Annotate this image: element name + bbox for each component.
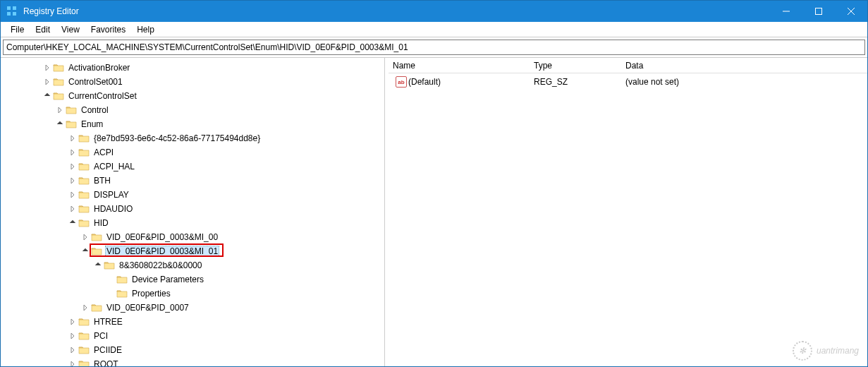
- folder-icon: [78, 133, 90, 143]
- tree-item-label: Device Parameters: [130, 274, 205, 285]
- tree-item[interactable]: BTH: [1, 174, 384, 188]
- folder-icon: [53, 77, 64, 87]
- tree-item[interactable]: 8&3608022b&0&0000: [1, 258, 384, 272]
- tree-pane[interactable]: ActivationBrokerControlSet001CurrentCont…: [1, 58, 385, 366]
- chevron-right-icon[interactable]: [81, 303, 90, 312]
- tree-item-label: BTH: [92, 175, 112, 186]
- folder-icon: [116, 275, 128, 284]
- tree-item-label: VID_0E0F&PID_0003&MI_01: [105, 246, 219, 257]
- tree-item[interactable]: ROOT: [1, 357, 384, 366]
- folder-icon: [78, 190, 90, 200]
- chevron-right-icon[interactable]: [68, 176, 77, 185]
- folder-icon: [91, 246, 102, 256]
- chevron-down-icon[interactable]: [43, 92, 51, 100]
- address-text: Computer\HKEY_LOCAL_MACHINE\SYSTEM\Curre…: [6, 42, 408, 52]
- value-type: REG_SZ: [530, 77, 621, 87]
- tree-item[interactable]: VID_0E0F&PID_0003&MI_01: [1, 244, 384, 258]
- col-header-name[interactable]: Name: [389, 59, 530, 72]
- content-area: ActivationBrokerControlSet001CurrentCont…: [1, 57, 867, 366]
- chevron-right-icon[interactable]: [68, 205, 77, 213]
- chevron-down-icon[interactable]: [81, 247, 90, 255]
- list-row[interactable]: ab(Default)REG_SZ(value not set): [389, 75, 867, 89]
- chevron-right-icon[interactable]: [68, 318, 77, 326]
- folder-icon: [66, 119, 77, 129]
- tree-item-label: PCIIDE: [92, 344, 123, 356]
- chevron-right-icon[interactable]: [68, 134, 77, 143]
- chevron-right-icon[interactable]: [68, 360, 77, 366]
- tree-item-label: CurrentControlSet: [67, 90, 138, 102]
- tree-item[interactable]: Enum: [1, 117, 384, 131]
- folder-icon: [78, 176, 90, 186]
- folder-icon: [66, 105, 77, 115]
- tree-item-label: HTREE: [92, 316, 124, 327]
- tree-item-label: {8e7bd593-6e6c-4c52-86a6-77175494dd8e}: [92, 133, 262, 144]
- tree-item[interactable]: ControlSet001: [1, 75, 384, 89]
- tree-item-label: HDAUDIO: [92, 203, 134, 215]
- tree-item-label: ROOT: [92, 359, 120, 366]
- chevron-right-icon[interactable]: [68, 346, 77, 354]
- chevron-right-icon[interactable]: [43, 64, 51, 72]
- tree-item[interactable]: ACPI: [1, 145, 384, 160]
- chevron-right-icon[interactable]: [68, 332, 77, 340]
- svg-rect-3: [13, 12, 16, 16]
- chevron-right-icon[interactable]: [68, 191, 77, 199]
- tree-item[interactable]: PCI: [1, 329, 384, 343]
- col-header-data[interactable]: Data: [621, 59, 867, 72]
- tree-item[interactable]: PCIIDE: [1, 343, 384, 357]
- tree-item-label: ACPI: [92, 147, 115, 158]
- tree-item[interactable]: CurrentControlSet: [1, 89, 384, 103]
- folder-icon: [78, 345, 90, 355]
- tree-item[interactable]: ACPI_HAL: [1, 160, 384, 174]
- chevron-right-icon[interactable]: [56, 106, 64, 114]
- window-title: Registry Editor: [23, 6, 770, 16]
- chevron-right-icon[interactable]: [68, 162, 77, 171]
- tree-item-label: VID_0E0F&PID_0007: [105, 302, 190, 313]
- folder-icon: [78, 218, 90, 228]
- chevron-down-icon[interactable]: [94, 261, 102, 270]
- close-button[interactable]: [835, 1, 867, 22]
- tree-item[interactable]: Control: [1, 103, 384, 117]
- tree-item[interactable]: Device Parameters: [1, 272, 384, 287]
- menu-edit[interactable]: Edit: [30, 23, 56, 36]
- list-header: Name Type Data: [389, 58, 867, 73]
- titlebar[interactable]: Registry Editor: [1, 1, 867, 22]
- tree-item[interactable]: VID_0E0F&PID_0007: [1, 301, 384, 315]
- address-bar[interactable]: Computer\HKEY_LOCAL_MACHINE\SYSTEM\Curre…: [3, 40, 865, 55]
- tree-item-label: 8&3608022b&0&0000: [118, 260, 203, 271]
- chevron-right-icon[interactable]: [43, 78, 51, 86]
- maximize-button[interactable]: [802, 1, 835, 22]
- tree-item[interactable]: HTREE: [1, 315, 384, 329]
- svg-rect-2: [7, 12, 11, 16]
- menu-favorites[interactable]: Favorites: [85, 23, 131, 36]
- tree-item[interactable]: Properties: [1, 287, 384, 301]
- list-pane: Name Type Data ab(Default)REG_SZ(value n…: [389, 58, 867, 366]
- chevron-right-icon[interactable]: [68, 148, 77, 157]
- tree-item[interactable]: {8e7bd593-6e6c-4c52-86a6-77175494dd8e}: [1, 131, 384, 145]
- tree-item[interactable]: VID_0E0F&PID_0003&MI_00: [1, 230, 384, 244]
- tree-item[interactable]: HID: [1, 216, 384, 230]
- folder-icon: [78, 162, 90, 172]
- tree-item-label: DISPLAY: [92, 189, 130, 200]
- menu-file[interactable]: File: [5, 23, 30, 36]
- folder-icon: [78, 317, 90, 327]
- list-body[interactable]: ab(Default)REG_SZ(value not set): [389, 73, 867, 366]
- chevron-down-icon[interactable]: [68, 219, 77, 227]
- chevron-down-icon[interactable]: [56, 120, 64, 128]
- tree-item-label: Properties: [130, 288, 172, 299]
- col-header-type[interactable]: Type: [530, 59, 621, 72]
- folder-icon: [91, 303, 102, 313]
- tree-item[interactable]: DISPLAY: [1, 188, 384, 202]
- minimize-button[interactable]: [770, 1, 802, 22]
- tree-item[interactable]: HDAUDIO: [1, 202, 384, 216]
- window-controls: [770, 1, 867, 22]
- folder-icon: [78, 204, 90, 214]
- menu-help[interactable]: Help: [131, 23, 160, 36]
- folder-icon: [53, 63, 64, 73]
- regedit-app-icon: [6, 6, 18, 17]
- menu-view[interactable]: View: [56, 23, 85, 36]
- folder-icon: [116, 289, 128, 299]
- value-data: (value not set): [621, 77, 867, 87]
- tree-item-label: ACPI_HAL: [92, 161, 136, 172]
- tree-item[interactable]: ActivationBroker: [1, 61, 384, 75]
- chevron-right-icon[interactable]: [81, 233, 90, 241]
